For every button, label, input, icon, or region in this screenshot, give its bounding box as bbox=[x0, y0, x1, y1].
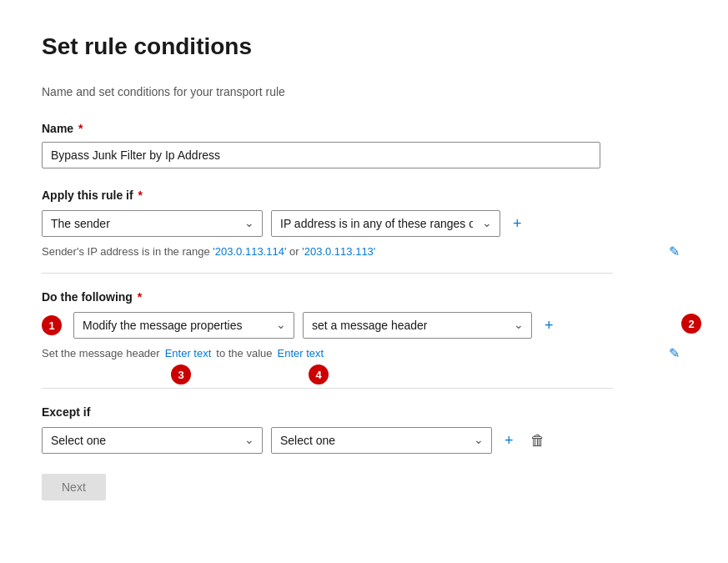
do-following-edit-icon[interactable]: ✎ bbox=[669, 345, 680, 361]
except-if-dropdown1[interactable]: Select one bbox=[42, 427, 263, 454]
apply-rule-dropdown2[interactable]: IP address is in any of these ranges or … bbox=[271, 210, 500, 237]
apply-rule-dropdown2-wrapper: IP address is in any of these ranges or … bbox=[271, 210, 500, 237]
apply-rule-ip-link1[interactable]: '203.0.113.114' bbox=[213, 245, 286, 258]
do-following-dropdown1[interactable]: Modify the message properties bbox=[73, 312, 294, 339]
except-if-label: Except if bbox=[42, 405, 90, 419]
divider-1 bbox=[42, 273, 613, 274]
except-if-plus-icon: + bbox=[505, 432, 514, 450]
step-badge-1: 1 bbox=[42, 315, 62, 335]
plus-icon: + bbox=[513, 215, 522, 233]
page-subtitle: Name and set conditions for your transpo… bbox=[42, 85, 686, 98]
except-if-trash-button[interactable]: 🗑 bbox=[526, 428, 550, 454]
do-following-add-button[interactable]: + bbox=[540, 313, 558, 339]
do-following-dropdown2-wrapper: set a message header bbox=[303, 312, 532, 339]
page-title: Set rule conditions bbox=[42, 33, 686, 60]
divider-2 bbox=[42, 388, 613, 389]
except-if-dropdown2-wrapper: Select one bbox=[271, 427, 492, 454]
except-if-dropdown1-wrapper: Select one bbox=[42, 427, 263, 454]
apply-rule-info-text: Sender's IP address is in the range bbox=[42, 245, 213, 258]
step-badge-2: 2 bbox=[681, 314, 701, 334]
except-if-add-button[interactable]: + bbox=[500, 428, 518, 454]
apply-rule-required: * bbox=[135, 189, 143, 202]
do-following-dropdown1-wrapper: Modify the message properties bbox=[73, 312, 294, 339]
apply-rule-add-button[interactable]: + bbox=[509, 211, 526, 237]
apply-rule-ip-link2[interactable]: '203.0.113.113' bbox=[302, 245, 375, 258]
apply-rule-edit-icon[interactable]: ✎ bbox=[669, 244, 680, 259]
apply-rule-connector: or bbox=[286, 245, 302, 258]
except-if-dropdown2[interactable]: Select one bbox=[271, 427, 492, 454]
set-header-prefix: Set the message header bbox=[42, 347, 160, 359]
name-required-star: * bbox=[75, 122, 83, 135]
name-input[interactable] bbox=[42, 142, 600, 168]
next-button[interactable]: Next bbox=[42, 474, 106, 500]
set-header-middle: to the value bbox=[216, 347, 272, 359]
apply-rule-info-row: Sender's IP address is in the range '203… bbox=[42, 244, 686, 259]
step-badge-3: 3 bbox=[171, 364, 191, 385]
enter-text-value-link[interactable]: Enter text bbox=[278, 347, 324, 359]
do-following-label: Do the following bbox=[42, 290, 133, 304]
enter-text-header-link[interactable]: Enter text bbox=[165, 347, 212, 359]
apply-rule-dropdown1[interactable]: The sender bbox=[42, 210, 263, 237]
step-badge-4: 4 bbox=[309, 364, 329, 385]
name-label: Name bbox=[42, 122, 73, 135]
trash-icon: 🗑 bbox=[530, 432, 545, 450]
apply-rule-dropdown1-wrapper: The sender bbox=[42, 210, 263, 237]
do-following-plus-icon: + bbox=[545, 317, 554, 334]
do-following-dropdown2[interactable]: set a message header bbox=[303, 312, 532, 339]
do-following-required: * bbox=[134, 290, 142, 304]
apply-rule-label: Apply this rule if bbox=[42, 189, 133, 202]
